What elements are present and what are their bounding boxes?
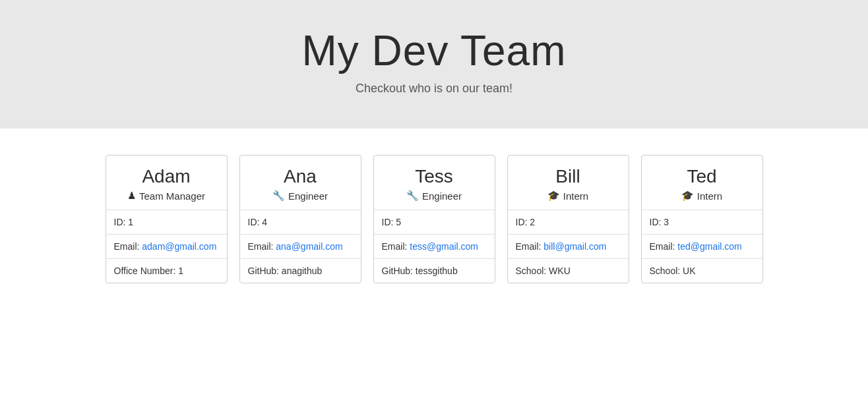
role-label: Team Manager <box>139 190 205 202</box>
page-subtitle: Checkout who is on our team! <box>13 82 855 96</box>
member-id: ID: 1 <box>106 210 227 235</box>
member-email: Email: bill@gmail.com <box>508 235 629 259</box>
member-extra: Office Number: 1 <box>106 259 227 283</box>
card-header: Adam ♟ Team Manager <box>106 156 227 210</box>
card-header: Ted 🎓 Intern <box>642 156 762 210</box>
member-role: 🎓 Intern <box>514 190 622 202</box>
card-header: Tess 🔧 Engineer <box>374 156 495 210</box>
card-body: ID: 1 Email: adam@gmail.com Office Numbe… <box>106 210 227 283</box>
role-label: Intern <box>697 190 722 202</box>
card-header: Bill 🎓 Intern <box>508 156 629 210</box>
role-label: Engineer <box>288 190 328 202</box>
member-id: ID: 5 <box>374 210 495 235</box>
card-body: ID: 4 Email: ana@gmail.com GitHub: anagi… <box>240 210 361 283</box>
email-value[interactable]: adam@gmail.com <box>142 241 216 252</box>
member-name: Adam <box>113 166 220 187</box>
team-card: Tess 🔧 Engineer ID: 5 Email: tess@gmail.… <box>373 155 495 283</box>
team-card: Adam ♟ Team Manager ID: 1 Email: adam@gm… <box>106 155 228 283</box>
role-label: Engineer <box>422 190 462 202</box>
member-id: ID: 3 <box>642 210 762 235</box>
member-extra: School: WKU <box>508 259 629 283</box>
member-role: ♟ Team Manager <box>113 190 220 202</box>
page-header: My Dev Team Checkout who is on our team! <box>0 0 868 128</box>
member-email: Email: tess@gmail.com <box>374 235 495 259</box>
role-icon: 🎓 <box>681 190 694 202</box>
role-icon: 🎓 <box>547 190 560 202</box>
role-label: Intern <box>563 190 588 202</box>
email-value[interactable]: bill@gmail.com <box>543 241 606 252</box>
member-email: Email: ana@gmail.com <box>240 235 361 259</box>
member-name: Bill <box>514 166 622 187</box>
card-body: ID: 3 Email: ted@gmail.com School: UK <box>642 210 762 283</box>
member-role: 🎓 Intern <box>648 190 756 202</box>
team-card: Ted 🎓 Intern ID: 3 Email: ted@gmail.com … <box>641 155 763 283</box>
team-cards-section: Adam ♟ Team Manager ID: 1 Email: adam@gm… <box>0 128 868 310</box>
member-role: 🔧 Engineer <box>247 190 354 202</box>
role-icon: 🔧 <box>406 190 419 202</box>
member-name: Ana <box>247 166 354 187</box>
member-name: Tess <box>381 166 488 187</box>
member-email: Email: adam@gmail.com <box>106 235 227 259</box>
email-value[interactable]: ana@gmail.com <box>276 241 342 252</box>
member-email: Email: ted@gmail.com <box>642 235 762 259</box>
email-value[interactable]: ted@gmail.com <box>677 241 741 252</box>
member-id: ID: 2 <box>508 210 629 235</box>
team-card: Ana 🔧 Engineer ID: 4 Email: ana@gmail.co… <box>239 155 361 283</box>
page-title: My Dev Team <box>13 26 855 75</box>
card-body: ID: 2 Email: bill@gmail.com School: WKU <box>508 210 629 283</box>
member-id: ID: 4 <box>240 210 361 235</box>
card-body: ID: 5 Email: tess@gmail.com GitHub: tess… <box>374 210 495 283</box>
member-extra: GitHub: anagithub <box>240 259 361 283</box>
role-icon: ♟ <box>127 190 136 202</box>
member-extra: GitHub: tessgithub <box>374 259 495 283</box>
member-extra: School: UK <box>642 259 762 283</box>
role-icon: 🔧 <box>272 190 285 202</box>
member-role: 🔧 Engineer <box>381 190 488 202</box>
card-header: Ana 🔧 Engineer <box>240 156 361 210</box>
email-value[interactable]: tess@gmail.com <box>410 241 478 252</box>
member-name: Ted <box>648 166 756 187</box>
team-card: Bill 🎓 Intern ID: 2 Email: bill@gmail.co… <box>507 155 629 283</box>
